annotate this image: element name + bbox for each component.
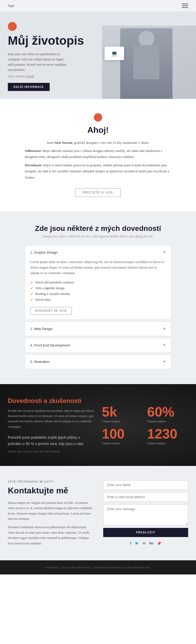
contact-title: Kontaktujte mě: [8, 486, 93, 495]
footer: Sample text. Click to select the text bo…: [0, 560, 196, 574]
stats-section: Dovednosti a zkušenosti Kromě sint occae…: [0, 384, 196, 466]
social-behance-icon[interactable]: Be: [149, 542, 153, 545]
stat-item-1: 60% Ukázka nadpisu: [147, 405, 188, 423]
stat-number-3: 1230: [147, 427, 188, 441]
accordion-desc-1: Lorem ipsum dolor sit amet, consectetur …: [30, 259, 166, 276]
contact-text-2: Dictumst vestibulum rhoncus est pellente…: [8, 525, 93, 546]
footer-text: Sample text. Click to select the text bo…: [8, 565, 188, 570]
contact-form: PŘEDLOŽIT: [103, 480, 188, 537]
accordion-header-2[interactable]: 2. Web Design +: [25, 322, 171, 336]
accordion: 1. Graphic Design + Lorem ipsum dolor si…: [25, 245, 171, 369]
accordion-toggle-1: +: [163, 250, 166, 255]
skills-section: Zde jsou některé z mých dovedností Sampl…: [0, 211, 196, 384]
navbar: logo: [0, 0, 196, 12]
stats-description: Kromě sint occaecat cupidatat non proide…: [8, 408, 94, 430]
contact-submit-button[interactable]: PŘEDLOŽIT: [103, 528, 188, 537]
about-read-more-button[interactable]: PŘEČTĚTE SI VÍCE: [75, 188, 121, 197]
accordion-list-1: ✓ Návrh uživatelského rozhraní ✓ Web a d…: [30, 280, 166, 303]
accordion-label-4: 5. Illustration: [30, 360, 50, 364]
accordion-label-3: 4. Front End Development: [30, 343, 70, 347]
about-dot: [94, 113, 102, 122]
hero-cta-button[interactable]: DALŠÍ INFORMACE: [8, 83, 50, 91]
skills-title: Zde jsou některé z mých dovedností: [8, 224, 188, 233]
accordion-toggle-3: +: [163, 343, 166, 348]
check-icon: ✓: [30, 281, 33, 285]
check-icon: ✓: [30, 286, 33, 290]
social-icons-bar: f 🐦 in Be 📌: [103, 541, 188, 546]
stat-label-0: Ukázka nadpisu: [102, 420, 143, 423]
stat-label-2: Ukázka nadpisu: [102, 442, 143, 445]
stats-sample: Sample text. Click to select the Text El…: [8, 450, 94, 453]
social-twitter-icon[interactable]: 🐦: [135, 541, 139, 545]
accordion-body-1: Lorem ipsum dolor sit amet, consectetur …: [25, 259, 171, 319]
hero-credit: Autor obrázku Freepik: [8, 75, 188, 78]
contact-section: JSTE PŘIPRAVENI MLUVIT? Kontaktujte mě M…: [0, 466, 196, 560]
list-item: ✓ Návrh tisku: [30, 297, 166, 303]
hero-dot: [8, 22, 17, 31]
stat-label-3: Ukázka nadpisu: [147, 442, 188, 445]
stat-item-3: 1230 Ukázka nadpisu: [147, 427, 188, 445]
about-section: Ahoj! Jsem Nick Norton, grafický designé…: [0, 99, 196, 211]
about-intro: Jsem Nick Norton, grafický designér s ví…: [25, 140, 171, 146]
accordion-header-1[interactable]: 1. Graphic Design +: [25, 246, 171, 259]
list-item: ✓ Návrh uživatelského rozhraní: [30, 280, 166, 286]
stats-promo: Pomohli jsme podnikům zvýšit jejich příj…: [8, 435, 94, 447]
contact-name-input[interactable]: [103, 480, 188, 490]
social-pinterest-icon[interactable]: 📌: [157, 541, 161, 546]
contact-email-input[interactable]: [103, 492, 188, 502]
stat-number-1: 60%: [147, 405, 188, 419]
contact-eyebrow: JSTE PŘIPRAVENI MLUVIT?: [8, 480, 93, 483]
hero-title: Můj životopis: [8, 34, 188, 47]
stat-item-2: 100 Ukázka nadpisu: [102, 427, 143, 445]
hamburger-menu[interactable]: [182, 4, 188, 8]
about-skills: Odbornost: Moje odborné znalosti jsou v …: [25, 148, 171, 160]
logo: logo: [8, 4, 14, 8]
accordion-item-4: 5. Illustration +: [25, 355, 171, 369]
accordion-label-1: 1. Graphic Design: [30, 250, 57, 254]
accordion-header-3[interactable]: 4. Front End Development +: [25, 338, 171, 352]
hero-content: Můj životopis Duis aute irure dolor in r…: [8, 22, 188, 99]
accordion-toggle-4: +: [163, 359, 166, 364]
skills-subtitle: Sample text. Click to select the text bo…: [8, 235, 188, 238]
hero-section: Můj životopis Duis aute irure dolor in r…: [0, 12, 196, 99]
stats-right: 5k Ukázka nadpisu 60% Ukázka nadpisu 100…: [102, 397, 188, 445]
stat-item-0: 5k Ukázka nadpisu: [102, 405, 143, 423]
hero-description: Duis aute irure dolor in reprehenderit i…: [8, 52, 71, 72]
contact-right: PŘEDLOŽIT f 🐦 in Be 📌: [103, 480, 188, 546]
about-body: Jsem Nick Norton, grafický designér s ví…: [25, 140, 171, 180]
social-facebook-icon[interactable]: f: [130, 541, 131, 545]
accordion-label-2: 2. Web Design: [30, 327, 53, 331]
check-icon: ✓: [30, 292, 33, 296]
stat-number-0: 5k: [102, 405, 143, 419]
hero-credit-link[interactable]: Freepik: [25, 75, 34, 78]
accordion-header-4[interactable]: 5. Illustration +: [25, 355, 171, 369]
stat-label-1: Ukázka nadpisu: [147, 420, 188, 423]
accordion-item-3: 4. Front End Development +: [25, 338, 171, 352]
about-title: Ahoj!: [21, 125, 175, 135]
accordion-learn-btn-1[interactable]: DOZVĚDĚT SE VÍCE: [30, 307, 72, 315]
stats-left: Dovednosti a zkušenosti Kromě sint occae…: [8, 397, 94, 453]
hamburger-line-3: [182, 7, 188, 8]
hamburger-line-1: [182, 4, 188, 4]
contact-text-1: Massa tempor nec feugiat nisl pretium fu…: [8, 500, 93, 522]
hamburger-line-2: [182, 5, 188, 6]
stat-number-2: 100: [102, 427, 143, 441]
list-item: ✓ Web a digitální design: [30, 286, 166, 291]
check-icon: ✓: [30, 298, 33, 302]
social-linkedin-icon[interactable]: in: [143, 542, 146, 545]
accordion-item-2: 2. Web Design +: [25, 322, 171, 336]
accordion-item-1: 1. Graphic Design + Lorem ipsum dolor si…: [25, 245, 171, 320]
contact-left: JSTE PŘIPRAVENI MLUVIT? Kontaktujte mě M…: [8, 480, 93, 546]
stats-title: Dovednosti a zkušenosti: [8, 397, 94, 404]
about-abilities: Dovednosti: Když se mnou budete pracovat…: [25, 162, 171, 180]
accordion-toggle-2: +: [163, 326, 166, 332]
stats-inner: Dovednosti a zkušenosti Kromě sint occae…: [8, 397, 188, 453]
contact-message-input[interactable]: [103, 504, 188, 525]
list-item: ✓ Brading a vizuální identita: [30, 291, 166, 297]
